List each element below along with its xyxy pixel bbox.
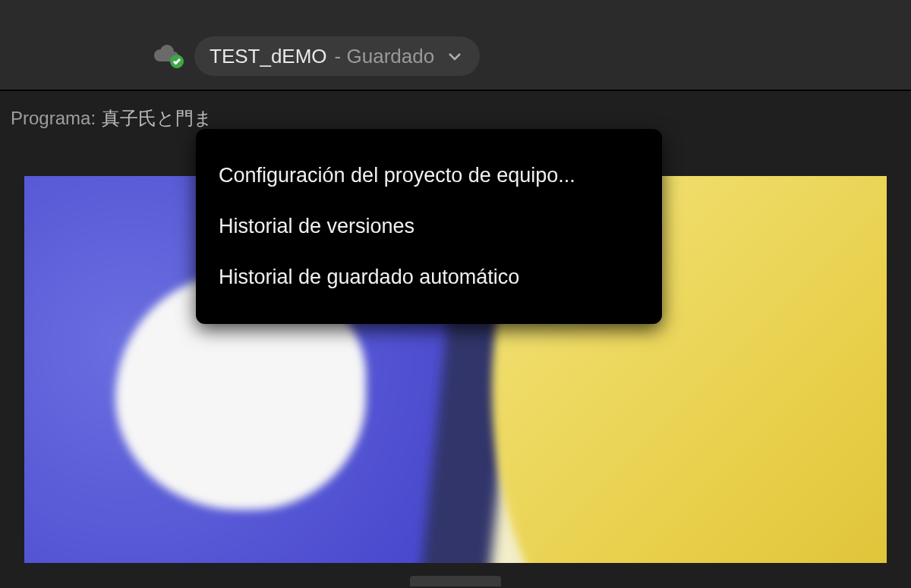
sequence-name: 真子氏と門ま: [102, 106, 213, 130]
cloud-icon: [149, 42, 181, 65]
project-name: TEST_dEMO: [210, 45, 327, 68]
project-status: - Guardado: [335, 45, 435, 68]
panel-drag-handle[interactable]: [410, 576, 501, 586]
chevron-down-icon: [446, 48, 463, 64]
program-label: Programa:: [11, 108, 96, 129]
program-panel: Programa: 真子氏と門ま Configuración del proye…: [0, 91, 911, 588]
menu-item-version-history[interactable]: Historial de versiones: [196, 201, 662, 252]
panel-bottom-bar: [0, 571, 911, 588]
menu-item-autosave-history[interactable]: Historial de guardado automático: [196, 252, 662, 303]
project-title-dropdown[interactable]: TEST_dEMO - Guardado: [194, 36, 480, 76]
program-label-row: Programa: 真子氏と門ま: [11, 106, 213, 130]
cloud-sync-status: [149, 42, 181, 65]
project-dropdown-menu: Configuración del proyecto de equipo... …: [196, 129, 662, 324]
app-topbar: TEST_dEMO - Guardado: [0, 0, 911, 91]
check-badge-icon: [170, 55, 184, 68]
menu-item-team-project-settings[interactable]: Configuración del proyecto de equipo...: [196, 150, 662, 201]
